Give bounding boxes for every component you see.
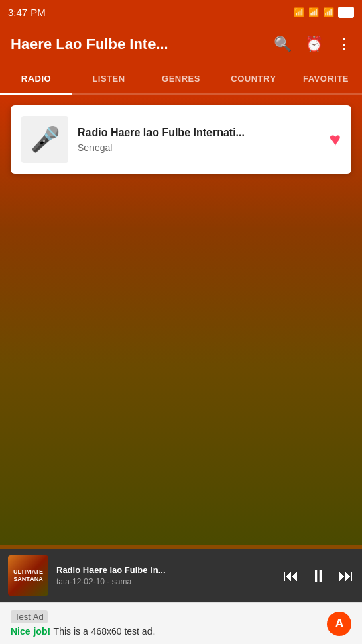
track-name: Radio Haere lao Fulbe In... [56, 565, 275, 575]
battery-level: 46 [338, 7, 354, 18]
status-bar: 3:47 PM 📶 📶 📶 46 [0, 0, 362, 24]
pause-button[interactable]: ⏸ [310, 566, 327, 586]
ad-badge: Test Ad [11, 610, 48, 623]
now-playing-bar: ULTIMATE SANTANA Radio Haere lao Fulbe I… [0, 549, 362, 602]
app-header: Haere Lao Fulbe Inte... 🔍 ⏰ ⋮ [0, 24, 362, 64]
track-subtitle: tata-12-02-10 - sama [56, 577, 275, 586]
album-art: ULTIMATE SANTANA [8, 555, 48, 596]
microphone-icon: 🎤 [30, 125, 60, 154]
favorite-heart-icon[interactable]: ♥ [329, 129, 341, 150]
track-info: Radio Haere lao Fulbe In... tata-12-02-1… [56, 565, 275, 586]
tab-listen[interactable]: LISTEN [72, 64, 145, 93]
ad-body: This is a 468x60 test ad. [54, 626, 156, 637]
player-controls: ⏮ ⏸ ⏭ [283, 566, 354, 586]
alarm-icon[interactable]: ⏰ [305, 36, 323, 53]
search-icon[interactable]: 🔍 [274, 36, 292, 53]
ad-bar: Test Ad Nice job! This is a 468x60 test … [0, 602, 362, 644]
status-time: 3:47 PM [8, 7, 46, 18]
header-title: Haere Lao Fulbe Inte... [11, 36, 265, 53]
status-icons: 📶 📶 📶 46 [294, 7, 354, 18]
station-country: Senegal [78, 142, 320, 153]
rewind-button[interactable]: ⏮ [283, 566, 299, 585]
signal-icon: 📶 [308, 7, 319, 17]
station-info: Radio Haere lao Fulbe Internati... Seneg… [78, 126, 320, 154]
more-options-icon[interactable]: ⋮ [337, 36, 351, 53]
fast-forward-button[interactable]: ⏭ [338, 566, 354, 585]
tab-bar: RADIO LISTEN GENRES COUNTRY FAVORITE [0, 64, 362, 95]
wifi-icon: 📶 [323, 7, 334, 17]
ad-logo: A [327, 612, 351, 636]
radio-station-card[interactable]: 🎤 Radio Haere lao Fulbe Internati... Sen… [11, 105, 351, 174]
tab-genres[interactable]: GENRES [145, 64, 217, 93]
tab-favorite[interactable]: FAVORITE [290, 64, 362, 93]
tab-radio[interactable]: RADIO [0, 64, 72, 93]
station-icon-box: 🎤 [21, 116, 68, 163]
station-name: Radio Haere lao Fulbe Internati... [78, 126, 320, 140]
bluetooth-icon: 📶 [294, 7, 304, 17]
tab-country[interactable]: COUNTRY [217, 64, 290, 93]
main-content: 🎤 Radio Haere lao Fulbe Internati... Sen… [0, 95, 362, 545]
ad-text-group: Test Ad Nice job! This is a 468x60 test … [11, 610, 320, 637]
ad-nicejob: Nice job! [11, 626, 50, 637]
header-icons: 🔍 ⏰ ⋮ [274, 36, 351, 53]
album-art-inner: ULTIMATE SANTANA [8, 555, 48, 596]
